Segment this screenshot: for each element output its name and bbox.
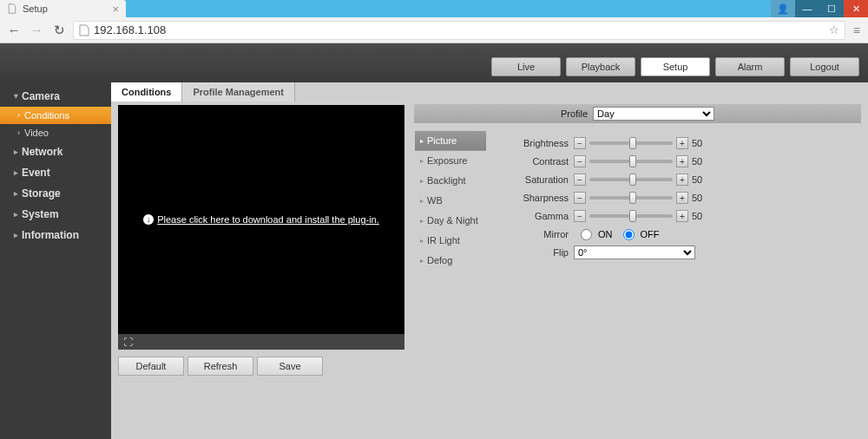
sharpness-minus[interactable]: − — [574, 192, 586, 204]
mirror-on-radio[interactable] — [581, 229, 592, 240]
sidebar-item-video[interactable]: ›Video — [0, 124, 111, 141]
slider-thumb[interactable] — [629, 192, 636, 204]
setting-exposure[interactable]: ▸Exposure — [415, 151, 486, 171]
content-inner: Conditions Profile Management ↓ Please c… — [111, 82, 868, 439]
sharpness-slider[interactable] — [589, 196, 673, 200]
chevron-right-icon: › — [17, 128, 20, 137]
maximize-button[interactable]: ☐ — [819, 0, 844, 17]
flip-select[interactable]: 0° — [574, 246, 695, 259]
mirror-on-label: ON — [598, 229, 613, 239]
chevron-right-icon: ▸ — [14, 210, 18, 219]
caret-icon: ▸ — [420, 237, 424, 245]
reload-button[interactable]: ↻ — [50, 22, 68, 39]
sub-tabs: Conditions Profile Management — [111, 82, 868, 102]
app-header: Live Playback Setup Alarm Logout — [0, 43, 868, 82]
brightness-minus[interactable]: − — [574, 137, 586, 149]
sidebar-group-system[interactable]: ▸System — [0, 204, 111, 225]
mirror-off-radio[interactable] — [623, 229, 635, 240]
browser-tab[interactable]: Setup × — [0, 0, 126, 17]
page-icon — [7, 3, 17, 14]
browser-menu-icon[interactable]: ≡ — [851, 23, 863, 37]
url-text: 192.168.1.108 — [94, 23, 166, 36]
sidebar-group-network[interactable]: ▸Network — [0, 141, 111, 162]
refresh-button[interactable]: Refresh — [187, 357, 253, 376]
brightness-label: Brightness — [501, 138, 574, 148]
profile-select[interactable]: Day — [593, 107, 714, 121]
tab-profile-management[interactable]: Profile Management — [182, 82, 295, 102]
row-contrast: Contrast − + 50 — [501, 153, 861, 170]
document-icon — [79, 24, 89, 36]
brightness-value: 50 — [692, 138, 702, 148]
contrast-plus[interactable]: + — [676, 155, 688, 167]
slider-thumb[interactable] — [629, 210, 636, 222]
contrast-value: 50 — [692, 156, 702, 167]
sidebar-group-information[interactable]: ▸Information — [0, 225, 111, 246]
close-tab-icon[interactable]: × — [112, 3, 119, 16]
settings-list: ▸Picture ▸Exposure ▸Backlight ▸WB ▸Day &… — [415, 105, 486, 376]
brightness-plus[interactable]: + — [676, 137, 688, 149]
gamma-value: 50 — [692, 211, 702, 221]
contrast-minus[interactable]: − — [574, 155, 586, 167]
sidebar-group-camera[interactable]: ▸Camera — [0, 86, 111, 107]
chevron-down-icon: ▸ — [12, 95, 21, 99]
forward-button[interactable]: → — [28, 22, 45, 39]
top-nav: Live Playback Setup Alarm Logout — [491, 57, 859, 82]
gamma-minus[interactable]: − — [574, 210, 586, 222]
nav-alarm[interactable]: Alarm — [715, 57, 785, 76]
nav-playback[interactable]: Playback — [566, 57, 635, 76]
param-sliders: Brightness − + 50 Contrast − + 50 — [501, 134, 861, 261]
setting-defog[interactable]: ▸Defog — [415, 251, 486, 271]
params-column: Profile Day Brightness − + 50 Contrast — [492, 105, 861, 376]
row-saturation: Saturation − + 50 — [501, 171, 861, 188]
setting-picture[interactable]: ▸Picture — [415, 131, 486, 151]
tab-conditions[interactable]: Conditions — [111, 82, 182, 102]
nav-setup[interactable]: Setup — [641, 57, 710, 76]
fullscreen-icon[interactable]: ⛶ — [123, 337, 133, 347]
sharpness-value: 50 — [692, 193, 702, 203]
sidebar: ▸Camera ›Conditions ›Video ▸Network ▸Eve… — [0, 82, 111, 439]
close-window-button[interactable]: ✕ — [844, 0, 868, 17]
bookmark-star-icon[interactable]: ☆ — [829, 23, 839, 36]
sidebar-group-storage[interactable]: ▸Storage — [0, 183, 111, 204]
setting-backlight[interactable]: ▸Backlight — [415, 171, 486, 191]
browser-titlebar: Setup × 👤 — ☐ ✕ — [0, 0, 868, 17]
plugin-download-link[interactable]: ↓ Please click here to download and inst… — [143, 214, 379, 225]
chevron-right-icon: ▸ — [14, 147, 18, 156]
contrast-slider[interactable] — [589, 160, 673, 163]
url-field[interactable]: 192.168.1.108 ☆ — [73, 21, 845, 40]
setting-ir-light[interactable]: ▸IR Light — [415, 231, 486, 251]
tab-title: Setup — [23, 3, 48, 14]
saturation-plus[interactable]: + — [676, 174, 688, 186]
row-sharpness: Sharpness − + 50 — [501, 189, 861, 206]
slider-thumb[interactable] — [629, 155, 636, 167]
setting-day-night[interactable]: ▸Day & Night — [415, 211, 486, 231]
saturation-slider[interactable] — [589, 178, 673, 181]
gamma-slider[interactable] — [589, 214, 673, 218]
user-icon[interactable]: 👤 — [771, 0, 795, 17]
chevron-right-icon: ▸ — [14, 231, 18, 239]
row-brightness: Brightness − + 50 — [501, 134, 861, 152]
sharpness-plus[interactable]: + — [676, 192, 688, 204]
caret-icon: ▸ — [420, 177, 424, 185]
setting-wb[interactable]: ▸WB — [415, 191, 486, 211]
gamma-label: Gamma — [501, 211, 574, 221]
nav-logout[interactable]: Logout — [790, 57, 859, 76]
sharpness-label: Sharpness — [501, 193, 574, 203]
brightness-slider[interactable] — [589, 141, 673, 145]
row-flip: Flip 0° — [501, 244, 861, 261]
saturation-minus[interactable]: − — [574, 174, 586, 186]
sidebar-item-conditions[interactable]: ›Conditions — [0, 107, 111, 124]
caret-icon: ▸ — [420, 137, 424, 145]
caret-icon: ▸ — [420, 257, 424, 265]
download-icon: ↓ — [143, 214, 154, 225]
nav-live[interactable]: Live — [491, 57, 561, 76]
slider-thumb[interactable] — [629, 174, 636, 186]
minimize-button[interactable]: — — [795, 0, 819, 17]
slider-thumb[interactable] — [629, 137, 636, 149]
default-button[interactable]: Default — [118, 357, 184, 376]
back-button[interactable]: ← — [5, 22, 23, 39]
caret-icon: ▸ — [420, 197, 424, 205]
gamma-plus[interactable]: + — [676, 210, 688, 222]
save-button[interactable]: Save — [257, 357, 323, 376]
sidebar-group-event[interactable]: ▸Event — [0, 162, 111, 183]
